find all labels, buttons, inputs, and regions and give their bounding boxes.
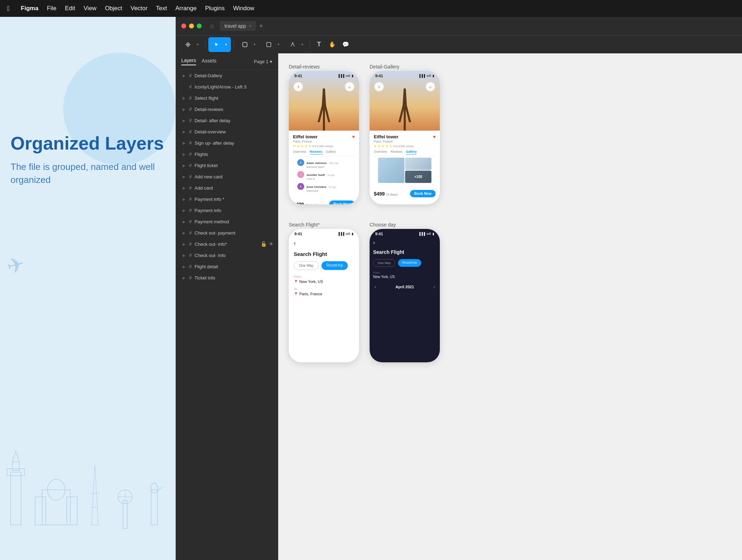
layer-item-flight-ticket[interactable]: ▶ # Flight ticket: [176, 160, 278, 171]
close-button[interactable]: [181, 24, 186, 28]
layer-item-detail-gallery[interactable]: ▶ # Detail-Gallery: [176, 70, 278, 81]
search-button[interactable]: ⌕: [345, 82, 354, 91]
layer-item-ticket-info[interactable]: ▶ # Ticket info: [176, 272, 278, 283]
eye-icon[interactable]: 👁: [269, 241, 274, 247]
layer-collapse-arrow: ▶: [183, 231, 186, 235]
reviewer-name-3: Anne Christine· 9d ago: [306, 183, 346, 189]
to-value-field[interactable]: 📍 Paris, France: [294, 292, 354, 296]
frame-dropdown-icon[interactable]: ▾: [252, 39, 257, 51]
menubar-object[interactable]: Object: [105, 5, 122, 12]
layer-item-select-flight[interactable]: ▶ # Select flight: [176, 92, 278, 104]
hand-tool-button[interactable]: ✋: [326, 39, 338, 51]
back-button-gallery[interactable]: ‹: [375, 82, 384, 91]
calendar-prev-button[interactable]: ‹: [375, 284, 376, 289]
layer-item-flight-detail[interactable]: ▶ # Flight detail: [176, 261, 278, 272]
lock-icon[interactable]: 🔓: [261, 241, 267, 247]
home-icon[interactable]: ⌂: [210, 22, 214, 30]
calendar-next-button[interactable]: ›: [434, 284, 435, 289]
tab-overview[interactable]: Overview: [293, 150, 306, 154]
layer-item-add-new-card[interactable]: ▶ # Add new card: [176, 171, 278, 182]
back-arrow-choose-day[interactable]: ‹: [373, 239, 436, 246]
menubar-plugins[interactable]: Plugins: [205, 5, 225, 12]
menubar-edit[interactable]: Edit: [65, 5, 75, 12]
menubar-figma[interactable]: Figma: [21, 5, 38, 12]
travel-app-tab[interactable]: travel app ×: [220, 21, 256, 31]
menubar-view[interactable]: View: [84, 5, 97, 12]
select-dropdown-icon[interactable]: ▾: [223, 39, 229, 51]
component-tool-button[interactable]: [182, 39, 194, 51]
layer-item-add-card[interactable]: ▶ # Add card: [176, 182, 278, 193]
signal-icon: ▐▐▐: [418, 74, 425, 78]
page-selector[interactable]: Page 1 ▾: [254, 59, 272, 64]
layer-item-flights[interactable]: ▶ # Flights: [176, 149, 278, 160]
menubar-text[interactable]: Text: [156, 5, 167, 12]
text-tool-button[interactable]: T: [313, 39, 325, 51]
tab-reviews-g[interactable]: Reviews: [391, 150, 403, 154]
comment-tool-button[interactable]: 💬: [340, 39, 352, 51]
hero-section: Organized Layers The file is grouped, na…: [11, 133, 165, 186]
component-dropdown-icon[interactable]: ▾: [195, 39, 200, 51]
tab-gallery[interactable]: Gallery: [326, 150, 336, 154]
back-arrow-search[interactable]: ‹: [294, 239, 354, 247]
tab-title: travel app: [224, 23, 246, 29]
assets-tab[interactable]: Assets: [202, 58, 216, 65]
hero-title: Organized Layers: [11, 133, 165, 153]
frame-tool-button[interactable]: [239, 39, 251, 51]
layer-item-checkout-info[interactable]: ▶ # Check out- Info: [176, 250, 278, 261]
layer-name: Flight ticket: [195, 163, 274, 168]
shape-tool-button[interactable]: [263, 39, 275, 51]
layer-item-detail-reviews[interactable]: ▶ # Detail-reviews: [176, 104, 278, 115]
favorite-icon-gallery[interactable]: ♥: [433, 134, 436, 139]
tab-close-icon[interactable]: ×: [249, 24, 251, 28]
like-icon-3[interactable]: ♡: [348, 183, 351, 186]
layer-item-iconly[interactable]: ▶ # Iconly/Light/Arrow - Left 3: [176, 81, 278, 92]
layer-item-detail-after-delay[interactable]: ▶ # Detail- after delay: [176, 115, 278, 126]
book-now-button-gallery[interactable]: Book Now: [410, 190, 436, 197]
select-tool-button[interactable]: [210, 39, 222, 51]
wifi-icon: wifi: [346, 74, 350, 78]
layer-frame-icon: #: [189, 252, 192, 258]
layer-item-payment-method[interactable]: ▶ # Payment method: [176, 216, 278, 227]
layer-item-payment-info-star[interactable]: ▶ # Payment info *: [176, 193, 278, 205]
round-trip-button[interactable]: Round-trip: [321, 261, 348, 270]
svg-rect-6: [35, 497, 46, 525]
menubar-arrange[interactable]: Arrange: [175, 5, 196, 12]
search-button-gallery[interactable]: ⌕: [426, 82, 435, 91]
hero-subtitle: The file is grouped, named and well orga…: [11, 160, 165, 186]
minimize-button[interactable]: [189, 24, 194, 28]
layer-name: Detail-Gallery: [195, 73, 274, 78]
status-icons: ▐▐▐ wifi ▮: [338, 74, 353, 78]
layers-tab[interactable]: Layers: [181, 58, 196, 65]
layer-collapse-arrow: ▶: [183, 130, 186, 134]
pen-dropdown-icon[interactable]: ▾: [299, 39, 305, 51]
pen-tool-button[interactable]: [287, 39, 299, 51]
tab-reviews[interactable]: Reviews: [310, 150, 323, 154]
shape-dropdown-icon[interactable]: ▾: [275, 39, 281, 51]
layer-item-sign-up[interactable]: ▶ # Sign up- after delay: [176, 137, 278, 149]
from-value-field[interactable]: 📍 New York, US: [294, 279, 354, 284]
like-icon-2[interactable]: ♡: [348, 171, 351, 174]
layer-item-checkout-payment[interactable]: ▶ # Check out- payment: [176, 227, 278, 238]
menubar-vector[interactable]: Vector: [131, 5, 148, 12]
layer-item-payment-info[interactable]: ▶ # Payment info: [176, 205, 278, 216]
layer-frame-icon: #: [189, 185, 192, 191]
maximize-button[interactable]: [197, 24, 202, 28]
screen-group-detail-gallery: Detail-Gallery 9:41 ▐▐▐ wifi ▮ ‹ ⌕: [370, 64, 440, 204]
book-now-button[interactable]: Book Now: [329, 200, 355, 204]
one-way-button[interactable]: One Way: [294, 261, 319, 270]
tab-overview-g[interactable]: Overview: [374, 150, 387, 154]
like-icon-1[interactable]: ♡: [348, 159, 351, 162]
layer-item-detail-overview[interactable]: ▶ # Detail-overview: [176, 126, 278, 137]
one-way-cd[interactable]: One Way: [373, 259, 395, 267]
status-bar-gallery: 9:41 ▐▐▐ wifi ▮: [370, 71, 440, 81]
tab-gallery-g[interactable]: Gallery: [406, 150, 417, 154]
round-trip-cd[interactable]: Round-trip: [398, 259, 421, 267]
trip-type-row: One Way Round-trip: [294, 261, 354, 270]
back-button[interactable]: ‹: [294, 82, 303, 91]
menubar-file[interactable]: File: [47, 5, 56, 12]
new-tab-button[interactable]: +: [259, 22, 263, 30]
layer-item-checkout-info-star[interactable]: ▶ # Check out- info* 🔓 👁: [176, 238, 278, 250]
favorite-icon[interactable]: ♥: [352, 134, 355, 139]
menubar-window[interactable]: Window: [233, 5, 254, 12]
status-time-search: 9:41: [294, 232, 302, 236]
